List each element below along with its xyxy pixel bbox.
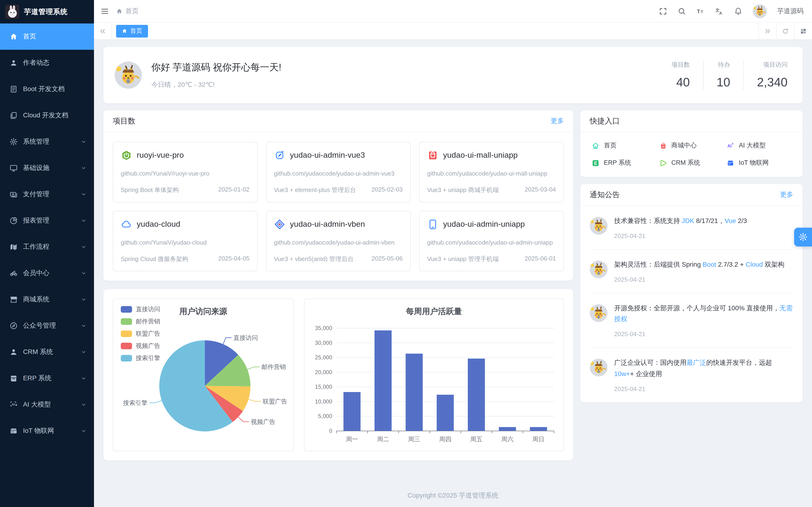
sidebar-item-user[interactable]: 作者动态 <box>0 50 94 76</box>
sidebar-item-label: Cloud 开发文档 <box>23 111 87 120</box>
notice-date: 2025-04-21 <box>614 232 793 239</box>
username[interactable]: 芋道源码 <box>777 7 804 15</box>
layout-grid-icon[interactable] <box>794 22 812 40</box>
sidebar-item-label: 商城系统 <box>23 295 75 304</box>
x-tick-label: 周五 <box>470 436 483 443</box>
project-card-yudao-ui-admin-vue3[interactable]: yudao-ui-admin-vue3 github.com/yudaocode… <box>266 142 411 202</box>
bar-周六[interactable] <box>499 427 516 431</box>
font-size-icon[interactable]: TT <box>696 7 705 15</box>
quick-link-q-crm[interactable]: CRM 系统 <box>659 159 724 167</box>
bar-周四[interactable] <box>437 395 454 431</box>
sidebar-item-shop-solid[interactable]: ERP 系统 <box>0 365 94 392</box>
sidebar-item-compass[interactable]: 公众号管理 <box>0 313 94 339</box>
quick-link-q-erp[interactable]: ERP 系统 <box>592 159 656 167</box>
pie-chart-canvas[interactable]: 直接访问 邮件营销 联盟广告 视频广告 搜索引擎 <box>113 299 293 451</box>
sidebar-item-ai[interactable]: AI AI 大模型 <box>0 392 94 418</box>
mall-icon <box>427 150 439 161</box>
q-iot-icon <box>727 159 735 167</box>
notice-text-highlight: Vue <box>725 217 736 224</box>
sidebar-item-label: Boot 开发文档 <box>23 85 87 94</box>
quick-link-q-ai[interactable]: AI AI 大模型 <box>727 141 791 150</box>
sidebar-item-label: 工作流程 <box>23 243 75 251</box>
sidebar-item-shop[interactable]: 商城系统 <box>0 286 94 313</box>
sidebar-item-bicycle[interactable]: 会员中心 <box>0 260 94 286</box>
notices-more-link[interactable]: 更多 <box>780 190 793 199</box>
sidebar-item-server[interactable]: IoT 物联网 <box>0 418 94 444</box>
app-logo: 芋道管理系统 <box>0 0 94 23</box>
project-card-yudao-ui-admin-vben[interactable]: yudao-ui-admin-vben github.com/yudaocode… <box>266 211 411 271</box>
sidebar-item-monitor[interactable]: 基础设施 <box>0 155 94 181</box>
welcome-card: 你好 芋道源码 祝你开心每一天! 今日晴，20℃ - 32℃! 项目数 40 待… <box>103 47 803 103</box>
sidebar-item-document[interactable]: Boot 开发文档 <box>0 76 94 102</box>
user-avatar[interactable] <box>753 4 767 18</box>
pie-label-line <box>247 367 260 370</box>
project-card-yudao-ui-admin-uniapp[interactable]: yudao-ui-admin-uniapp github.com/yudaoco… <box>419 211 564 271</box>
x-tick-label: 周一 <box>346 436 358 443</box>
project-url: github.com/YunaiV/yudao-cloud <box>121 238 250 247</box>
notice-item-1[interactable]: 技术兼容性：系统支持 JDK 8/17/21，Vue 2/3 2025-04-2… <box>590 206 793 250</box>
chevron-down-icon <box>81 165 87 171</box>
avatar <box>590 261 608 278</box>
project-url: github.com/yudaocode/yudao-ui-admin-unia… <box>427 238 556 247</box>
tab-home[interactable]: 首页 <box>116 25 148 37</box>
stat-value: 2,340 <box>757 75 788 90</box>
refresh-icon[interactable] <box>776 22 794 40</box>
notice-item-3[interactable]: 开源免授权：全部开源，个人与企业可 100% 直接使用，无需授权 2025-04… <box>590 293 793 348</box>
sidebar-item-copy-document[interactable]: Cloud 开发文档 <box>0 102 94 129</box>
sidebar-item-wallet[interactable]: 支付管理 <box>0 181 94 208</box>
cloud-icon <box>121 219 132 230</box>
bar-周三[interactable] <box>406 354 423 431</box>
project-meta: Vue3 + element-plus 管理后台 2025-02-03 <box>274 186 403 194</box>
monitor-icon <box>9 164 18 172</box>
bar-周一[interactable] <box>344 392 361 431</box>
bar-周日[interactable] <box>530 427 547 431</box>
fullscreen-icon[interactable] <box>659 7 667 15</box>
notice-date: 2025-04-21 <box>614 385 793 392</box>
bar-chart-card: 每周用户活跃量 05,00010,00015,00020,00025,00030… <box>304 299 564 451</box>
sidebar-item-gear[interactable]: 系统管理 <box>0 129 94 155</box>
sidebar-item-workflow[interactable]: 工作流程 <box>0 234 94 260</box>
tabs-scroll-right-button[interactable] <box>758 22 776 40</box>
pie-label-line <box>223 338 232 345</box>
search-icon[interactable] <box>677 7 686 15</box>
bar-chart-canvas[interactable]: 05,00010,00015,00020,00025,00030,00035,0… <box>305 299 563 451</box>
project-card-yudao-cloud[interactable]: yudao-cloud github.com/YunaiV/yudao-clou… <box>113 211 257 271</box>
chevron-down-icon <box>81 191 87 197</box>
project-card-yudao-ui-mall-uniapp[interactable]: yudao-ui-mall-uniapp github.com/yudaocod… <box>419 142 564 202</box>
pie-label: 视频广告 <box>251 418 275 425</box>
sidebar-item-pie-chart[interactable]: 报表管理 <box>0 208 94 234</box>
y-tick-label: 0 <box>329 428 332 434</box>
projects-more-link[interactable]: 更多 <box>551 117 564 125</box>
project-card-ruoyi-vue-pro[interactable]: ruoyi-vue-pro github.com/YunaiV/ruoyi-vu… <box>113 142 257 202</box>
sidebar: 芋道管理系统 首页 作者动态 Boot 开发文档 Cloud 开发文档 系统管理… <box>0 0 94 507</box>
quick-link-q-home[interactable]: 首页 <box>592 141 656 150</box>
language-icon[interactable]: 文A <box>715 7 724 15</box>
hamburger-menu-icon[interactable] <box>101 7 109 15</box>
notice-text: 架构灵活性：后端提供 Spring <box>614 261 703 268</box>
notice-item-4[interactable]: 广泛企业认可：国内使用最广泛的快速开发平台，远超 10w++ 企业使用 2025… <box>590 348 793 402</box>
project-meta: Spring Cloud 微服务架构 2025-04-05 <box>121 255 250 264</box>
quick-link-q-mall[interactable]: 商城中心 <box>659 141 724 150</box>
tab-label: 首页 <box>130 27 142 35</box>
chevron-down-icon <box>81 323 87 329</box>
project-card-top: yudao-cloud <box>121 219 250 230</box>
user-icon <box>9 59 18 67</box>
tabs-scroll-left-button[interactable] <box>94 22 112 40</box>
notice-body: 开源免授权：全部开源，个人与企业可 100% 直接使用，无需授权 2025-04… <box>614 302 793 338</box>
pie-label-line <box>238 417 249 422</box>
bar-周二[interactable] <box>374 331 392 431</box>
notice-text: 的快速开发平台，远超 <box>706 359 772 366</box>
notification-bell-icon[interactable] <box>734 7 743 15</box>
sidebar-item-user-solid[interactable]: CRM 系统 <box>0 339 94 365</box>
settings-gear-button[interactable] <box>794 228 812 246</box>
project-name: yudao-cloud <box>137 220 180 229</box>
sidebar-item-home[interactable]: 首页 <box>0 23 94 50</box>
notice-item-2[interactable]: 架构灵活性：后端提供 Spring Boot 2.7/3.2 + Cloud 双… <box>590 250 793 293</box>
x-tick-label: 周四 <box>439 436 451 443</box>
breadcrumb[interactable]: 首页 <box>116 7 139 15</box>
shop-solid-icon <box>9 374 18 383</box>
project-meta: Vue3 + vben5(antd) 管理后台 2025-05-06 <box>274 255 403 264</box>
quick-link-q-iot[interactable]: IoT 物联网 <box>727 159 791 167</box>
bar-周五[interactable] <box>468 359 485 431</box>
logo-rabbit-image <box>5 5 19 19</box>
